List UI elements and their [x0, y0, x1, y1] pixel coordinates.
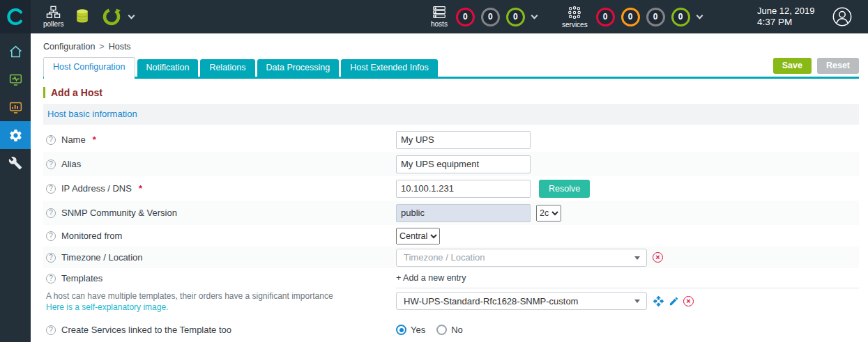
hosts-unreachable-badge[interactable]: 0 [481, 8, 500, 26]
services-icon [568, 6, 581, 20]
database-status[interactable] [75, 8, 90, 25]
help-icon[interactable] [46, 325, 56, 335]
services-ok-badge[interactable]: 0 [671, 8, 690, 26]
help-icon[interactable] [46, 231, 56, 241]
alias-input[interactable] [396, 155, 531, 173]
breadcrumb-section[interactable]: Configuration [43, 42, 95, 52]
poller-state-indicator[interactable] [101, 6, 122, 27]
tab-notification[interactable]: Notification [137, 59, 199, 77]
delete-template-icon[interactable] [683, 296, 694, 306]
tab-bar: Host Configuration Notification Relation… [43, 57, 859, 77]
form-row-create-services: Create Services linked to the Template t… [43, 320, 859, 340]
alias-label: Alias [61, 159, 81, 169]
green-ring-icon [101, 6, 122, 27]
services-menu[interactable]: services [562, 6, 588, 29]
services-critical-badge[interactable]: 0 [596, 8, 615, 26]
snmp-version-select[interactable]: 2c [536, 205, 561, 221]
main-content: Configuration>Hosts Host Configuration N… [31, 33, 868, 342]
section-host-basic-information: Host basic information [43, 104, 859, 125]
pollers-icon [46, 6, 61, 19]
snmp-label: SNMP Community & Version [61, 208, 177, 218]
hosts-label: hosts [431, 20, 448, 28]
chart-icon [8, 100, 23, 115]
help-icon[interactable] [46, 160, 56, 169]
hosts-menu[interactable]: hosts [431, 6, 448, 28]
hosts-icon [432, 6, 446, 19]
services-unknown-badge[interactable]: 0 [646, 8, 665, 26]
services-warning-badge[interactable]: 0 [621, 8, 640, 26]
template-select[interactable]: HW-UPS-Standard-Rfc1628-SNMP-custom [396, 292, 647, 310]
services-label: services [562, 21, 588, 29]
centreon-screen: pollers [0, 0, 868, 342]
tab-host-configuration[interactable]: Host Configuration [43, 57, 135, 77]
chevron-down-icon[interactable] [128, 13, 135, 20]
topbar: pollers [0, 0, 868, 33]
sidebar-item-home[interactable] [0, 38, 31, 65]
tab-data-processing[interactable]: Data Processing [257, 59, 340, 77]
pollers-menu[interactable]: pollers [43, 6, 63, 28]
required-asterisk: * [139, 183, 142, 194]
time-text: 4:37 PM [757, 17, 814, 28]
templates-note-link[interactable]: Here is a self-explanatory image. [46, 302, 396, 313]
add-template-entry-link[interactable]: + Add a new entry [396, 273, 466, 283]
required-asterisk: * [93, 134, 96, 145]
host-form: Host basic information Name * Alias [43, 104, 859, 342]
clock: June 12, 2019 4:37 PM [757, 6, 814, 28]
edit-icon[interactable] [669, 296, 679, 306]
user-icon [832, 6, 853, 27]
breadcrumb-page[interactable]: Hosts [109, 42, 131, 52]
templates-label: Templates [61, 273, 102, 283]
gear-icon [8, 128, 23, 143]
reset-button[interactable]: Reset [817, 58, 859, 74]
form-row-name: Name * [43, 127, 859, 152]
radio-no-label[interactable]: No [451, 325, 463, 335]
help-icon[interactable] [46, 135, 56, 145]
date-text: June 12, 2019 [757, 6, 814, 17]
resolve-button[interactable]: Resolve [539, 180, 590, 198]
sidebar-item-configuration[interactable] [0, 121, 31, 149]
user-menu[interactable] [832, 6, 853, 30]
sidebar-item-reporting[interactable] [0, 93, 31, 121]
form-row-templates: Templates + Add a new entry [43, 268, 859, 288]
help-icon[interactable] [46, 208, 56, 218]
chevron-down-icon [634, 300, 640, 303]
centreon-logo[interactable] [0, 0, 31, 33]
radio-yes-label[interactable]: Yes [411, 325, 425, 335]
tab-host-extended-infos[interactable]: Host Extended Infos [341, 59, 438, 77]
clear-timezone-icon[interactable] [653, 252, 663, 263]
form-row-snmp: SNMP Community & Version 2c [43, 201, 859, 225]
tab-relations[interactable]: Relations [200, 59, 254, 77]
help-icon[interactable] [46, 274, 56, 283]
chevron-down-icon[interactable] [696, 13, 703, 20]
radio-no[interactable] [436, 325, 447, 335]
radio-yes[interactable] [396, 325, 406, 335]
sidebar-item-monitoring[interactable] [0, 65, 31, 93]
snmp-community-input[interactable] [396, 204, 531, 222]
form-row-ip: IP Address / DNS * Resolve [43, 176, 859, 201]
form-row-timezone: Timezone / Location Timezone / Location [43, 247, 859, 268]
sidebar-item-administration[interactable] [0, 149, 31, 177]
hosts-up-badge[interactable]: 0 [506, 8, 525, 26]
ip-input[interactable] [396, 180, 531, 198]
timezone-select[interactable]: Timezone / Location [396, 249, 647, 267]
name-input[interactable] [396, 131, 531, 149]
tab-underline [43, 77, 859, 79]
wrench-icon [8, 156, 22, 170]
breadcrumb-separator: > [99, 42, 104, 52]
pollers-label: pollers [43, 20, 63, 28]
help-icon[interactable] [46, 253, 56, 263]
template-selected-value: HW-UPS-Standard-Rfc1628-SNMP-custom [404, 296, 578, 306]
hosts-down-badge[interactable]: 0 [456, 8, 475, 26]
centreon-c-icon [6, 8, 24, 26]
monitored-from-select[interactable]: Central [396, 228, 440, 244]
timezone-placeholder: Timezone / Location [404, 252, 485, 263]
heartbeat-icon [8, 72, 23, 87]
move-icon[interactable] [653, 295, 664, 307]
help-icon[interactable] [46, 184, 56, 194]
form-row-template-entry: A host can have multiple templates, thei… [43, 288, 859, 320]
breadcrumb: Configuration>Hosts [31, 33, 868, 52]
templates-note: A host can have multiple templates, thei… [46, 290, 396, 302]
save-button[interactable]: Save [773, 58, 812, 74]
page-title: Add a Host [43, 87, 868, 98]
chevron-down-icon[interactable] [531, 13, 538, 20]
